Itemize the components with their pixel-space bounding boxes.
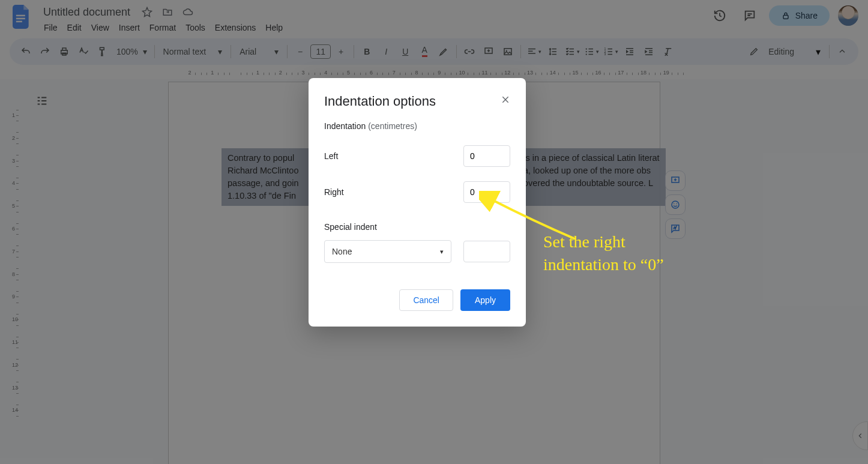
toolbar: 100% ▾ Normal text▾ Arial▾ − + B I U A ▾…: [10, 38, 858, 65]
move-folder-icon[interactable]: [160, 5, 175, 19]
insert-link-button[interactable]: [460, 43, 478, 61]
add-comment-floater[interactable]: [665, 170, 686, 191]
menu-edit[interactable]: Edit: [63, 20, 86, 35]
app-header: Untitled document File Edit View Insert …: [0, 0, 868, 35]
dialog-title: Indentation options: [324, 94, 510, 109]
add-emoji-floater[interactable]: [665, 194, 686, 215]
suggest-edit-floater[interactable]: [665, 218, 686, 239]
clear-formatting-button[interactable]: [659, 43, 677, 61]
svg-point-19: [677, 203, 678, 205]
right-indent-input[interactable]: [463, 181, 510, 203]
outline-toggle-button[interactable]: [31, 90, 53, 112]
menu-insert[interactable]: Insert: [115, 20, 144, 35]
svg-text:3: 3: [604, 52, 606, 56]
align-dropdown[interactable]: ▾: [525, 43, 543, 61]
indentation-section-label: Indentation (centimetres): [324, 121, 510, 131]
special-indent-amount-input[interactable]: [463, 241, 510, 262]
user-avatar[interactable]: [838, 5, 858, 26]
undo-button[interactable]: [17, 43, 35, 61]
comments-icon[interactable]: [739, 5, 761, 26]
apply-button[interactable]: Apply: [460, 289, 510, 311]
svg-rect-5: [62, 48, 66, 50]
svg-rect-3: [783, 15, 788, 19]
menu-format[interactable]: Format: [145, 20, 180, 35]
svg-point-11: [585, 51, 586, 52]
star-icon[interactable]: [140, 5, 154, 19]
comment-toolbar: [665, 170, 686, 239]
decrease-indent-button[interactable]: [621, 43, 639, 61]
vertical-ruler[interactable]: 1234567891011121314: [0, 79, 22, 464]
menu-tools[interactable]: Tools: [181, 20, 209, 35]
special-indent-label: Special indent: [324, 222, 510, 232]
bulleted-list-button[interactable]: ▾: [582, 43, 600, 61]
lock-icon: [781, 11, 791, 20]
svg-rect-8: [504, 49, 511, 55]
redo-button[interactable]: [36, 43, 54, 61]
line-spacing-dropdown[interactable]: [544, 43, 562, 61]
special-indent-dropdown[interactable]: None ▾: [324, 240, 451, 263]
increase-indent-button[interactable]: [640, 43, 658, 61]
spellcheck-button[interactable]: [74, 43, 92, 61]
bold-button[interactable]: B: [358, 43, 376, 61]
right-indent-label: Right: [324, 187, 344, 197]
cancel-button[interactable]: Cancel: [399, 289, 453, 311]
underline-button[interactable]: U: [396, 43, 414, 61]
italic-button[interactable]: I: [377, 43, 395, 61]
close-icon[interactable]: [497, 91, 514, 108]
svg-point-17: [672, 201, 679, 208]
svg-rect-0: [16, 15, 25, 17]
editing-mode-dropdown[interactable]: Editing ▾: [744, 46, 825, 58]
print-button[interactable]: [55, 43, 73, 61]
docs-logo-icon[interactable]: [10, 5, 34, 29]
left-indent-label: Left: [324, 151, 338, 161]
menubar: File Edit View Insert Format Tools Exten…: [40, 20, 703, 35]
font-size-input[interactable]: [310, 44, 331, 59]
numbered-list-button[interactable]: 123▾: [601, 43, 619, 61]
menu-file[interactable]: File: [40, 20, 62, 35]
menu-view[interactable]: View: [87, 20, 113, 35]
svg-rect-2: [16, 21, 22, 23]
svg-point-10: [585, 48, 586, 49]
zoom-dropdown[interactable]: 100% ▾: [113, 47, 151, 56]
pencil-icon: [749, 47, 759, 56]
svg-point-12: [585, 53, 586, 55]
history-icon[interactable]: [709, 5, 731, 26]
highlight-button[interactable]: [435, 43, 453, 61]
menu-help[interactable]: Help: [261, 20, 287, 35]
svg-point-18: [674, 203, 675, 205]
checklist-button[interactable]: ▾: [563, 43, 581, 61]
paint-format-button[interactable]: [94, 43, 112, 61]
font-dropdown[interactable]: Arial▾: [235, 47, 283, 56]
left-indent-input[interactable]: [463, 145, 510, 167]
annotation-text: Set the right indentation to “0”: [543, 230, 664, 276]
share-button[interactable]: Share: [769, 5, 830, 26]
add-comment-button[interactable]: [480, 43, 498, 61]
cloud-status-icon[interactable]: [181, 5, 195, 19]
paragraph-style-dropdown[interactable]: Normal text▾: [158, 47, 228, 56]
insert-image-button[interactable]: [499, 43, 517, 61]
indentation-options-dialog: Indentation options Indentation (centime…: [309, 78, 526, 327]
share-label: Share: [795, 11, 818, 20]
font-size-increase[interactable]: +: [332, 43, 350, 61]
document-title[interactable]: Untitled document: [40, 5, 134, 20]
menu-extensions[interactable]: Extensions: [211, 20, 260, 35]
font-size-decrease[interactable]: −: [291, 43, 309, 61]
svg-rect-1: [16, 18, 25, 19]
collapse-toolbar-button[interactable]: [833, 43, 851, 61]
text-color-button[interactable]: A: [415, 43, 433, 61]
